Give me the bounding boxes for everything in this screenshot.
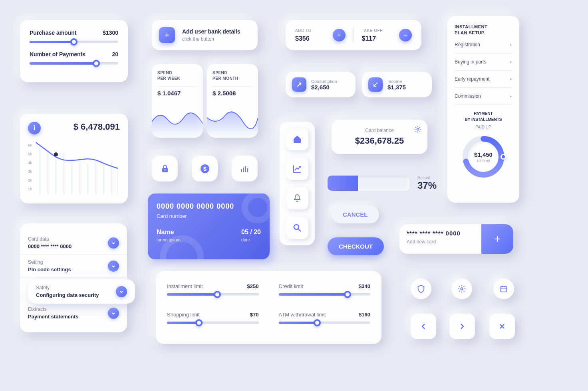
svg-text:3k: 3k xyxy=(28,170,32,174)
installment-registration[interactable]: Registration▸ xyxy=(455,36,512,53)
card-date-value: 05 / 20 xyxy=(241,229,261,236)
chevron-right-icon: ▸ xyxy=(510,42,512,47)
record-progress xyxy=(328,176,409,191)
purchase-amount-value: $1300 xyxy=(103,30,118,36)
checkout-button[interactable]: CHECKOUT xyxy=(328,237,384,255)
installment-limit-slider[interactable] xyxy=(167,293,259,296)
add-to-label: ADD TO xyxy=(295,28,333,33)
add-to-value: $356 xyxy=(295,35,333,42)
bank-details-title: Add user bank details xyxy=(182,28,240,35)
chevron-right-icon xyxy=(458,322,466,330)
spend-month-value: $ 2.5008 xyxy=(213,86,252,100)
nav-search[interactable] xyxy=(286,217,308,239)
atm-limit-label: ATM withdrawal limit xyxy=(279,312,326,318)
trend-icon xyxy=(292,164,302,174)
lock-icon xyxy=(160,164,170,174)
lock-button[interactable] xyxy=(152,156,178,182)
atm-limit-value: $160 xyxy=(359,312,370,318)
payment-donut: $1,450$ 570 left xyxy=(461,135,505,179)
installment-buying[interactable]: Buying in parts▸ xyxy=(455,53,512,71)
bank-details-subtitle: click the button xyxy=(182,36,240,42)
svg-text:$: $ xyxy=(203,166,207,172)
chevron-down-icon xyxy=(108,308,119,319)
svg-rect-25 xyxy=(247,168,248,172)
spend-week-card: SPEND PER WEEK $ 1.0467 xyxy=(152,64,203,138)
record-value: 37% xyxy=(417,180,437,191)
card-balance-card: Card balance $236,678.25 xyxy=(332,120,427,154)
shopping-limit-value: $70 xyxy=(250,312,259,318)
nav-chart[interactable] xyxy=(286,158,308,180)
newcard-plus-icon[interactable]: + xyxy=(481,224,513,254)
purchase-amount-slider[interactable] xyxy=(30,41,118,43)
settings-safety-expanded[interactable]: SafetyConfiguring data security xyxy=(28,279,135,304)
arrow-up-right-icon xyxy=(292,77,306,92)
svg-rect-22 xyxy=(241,169,242,172)
plus-icon[interactable]: + xyxy=(159,27,175,43)
spend-month-label: SPEND PER MONTH xyxy=(213,70,252,81)
spend-month-card: SPEND PER MONTH $ 2.5008 xyxy=(207,64,258,138)
consumption-value: $2,650 xyxy=(311,84,337,91)
svg-line-27 xyxy=(298,229,301,231)
calendar-button[interactable] xyxy=(493,278,514,299)
settings-button[interactable] xyxy=(451,278,472,299)
nav-home[interactable] xyxy=(286,128,308,150)
svg-point-31 xyxy=(461,288,463,290)
settings-list: Card data0000 **** **** 0000 SettingPin … xyxy=(20,223,127,332)
card-date-label: date xyxy=(241,237,261,242)
card-balance-label: Card balance xyxy=(340,128,419,133)
num-payments-slider[interactable] xyxy=(30,62,118,65)
dollar-button[interactable]: $ xyxy=(192,156,218,182)
card-name-value: lorem ipsum xyxy=(157,237,181,242)
chevron-down-icon xyxy=(108,261,119,272)
chevron-right-icon: ▸ xyxy=(510,94,512,98)
svg-point-28 xyxy=(417,128,419,130)
add-button[interactable]: + xyxy=(333,29,346,41)
next-button[interactable] xyxy=(449,314,475,339)
gear-icon xyxy=(457,284,466,293)
nav-bell[interactable] xyxy=(286,187,308,209)
installment-commission[interactable]: Commission▸ xyxy=(455,88,512,105)
svg-point-17 xyxy=(54,152,58,156)
shopping-limit-slider[interactable] xyxy=(167,322,259,324)
home-icon xyxy=(292,134,302,144)
settings-card-data[interactable]: Card data0000 **** **** 0000 xyxy=(20,231,127,255)
gear-icon[interactable] xyxy=(414,125,422,133)
svg-point-26 xyxy=(294,225,299,229)
settings-extracts[interactable]: EtxtractsPayment statements xyxy=(20,302,127,324)
dollar-icon: $ xyxy=(200,164,210,174)
take-off-label: TAKE OFF xyxy=(362,28,399,33)
add-bank-details-card[interactable]: + Add user bank details click the button xyxy=(152,20,258,50)
spend-week-label: SPEND PER WEEK xyxy=(157,70,197,81)
info-icon[interactable]: i xyxy=(28,122,41,134)
shopping-limit-label: Shopping limit xyxy=(167,312,200,318)
balance-amount: $ 6,478.091 xyxy=(74,122,120,132)
subtract-button[interactable]: − xyxy=(399,29,412,41)
cancel-button[interactable]: CANCEL xyxy=(332,205,379,223)
limits-card: Installment limit$250 Credit limit$340 S… xyxy=(156,271,381,344)
installment-limit-label: Installment limit xyxy=(167,283,203,289)
income-label: Income xyxy=(387,79,406,84)
atm-limit-slider[interactable] xyxy=(279,322,371,324)
svg-rect-23 xyxy=(243,168,244,172)
newcard-number: **** **** **** 0000 xyxy=(407,230,474,237)
credit-limit-slider[interactable] xyxy=(279,293,371,296)
installment-title: INSTALLMENT PLAN SETUP xyxy=(455,24,512,36)
shield-button[interactable] xyxy=(411,278,431,299)
bars-button[interactable] xyxy=(232,156,258,182)
credit-limit-label: Credit limit xyxy=(279,283,303,289)
svg-text:6k: 6k xyxy=(28,143,32,147)
donut-value: $1,450 xyxy=(474,151,493,158)
purchase-amount-label: Purchase amount xyxy=(30,30,76,36)
close-button[interactable] xyxy=(489,314,515,339)
arrow-down-left-icon xyxy=(368,77,383,92)
installment-early[interactable]: Early repayment▸ xyxy=(455,71,512,88)
chevron-right-icon: ▸ xyxy=(510,77,512,81)
add-new-card[interactable]: **** **** **** 0000 Add new card + xyxy=(399,224,513,254)
close-icon xyxy=(498,322,506,330)
credit-limit-value: $340 xyxy=(359,283,370,289)
income-card: Income$1,375 xyxy=(362,72,432,97)
spend-week-chart xyxy=(152,106,203,138)
settings-pin[interactable]: SettingPin code settings xyxy=(20,255,127,278)
chevron-right-icon: ▸ xyxy=(510,59,512,64)
prev-button[interactable] xyxy=(411,314,436,339)
